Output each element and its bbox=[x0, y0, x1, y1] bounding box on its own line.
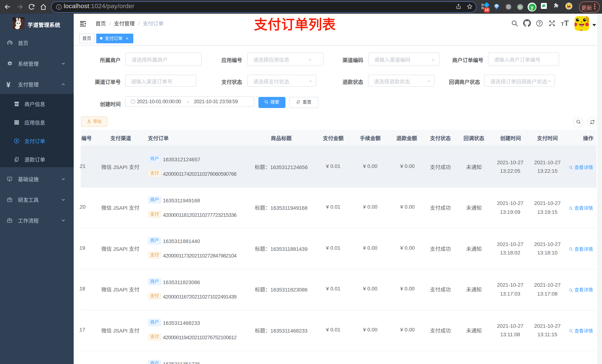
svg-text:¥: ¥ bbox=[16, 139, 18, 143]
